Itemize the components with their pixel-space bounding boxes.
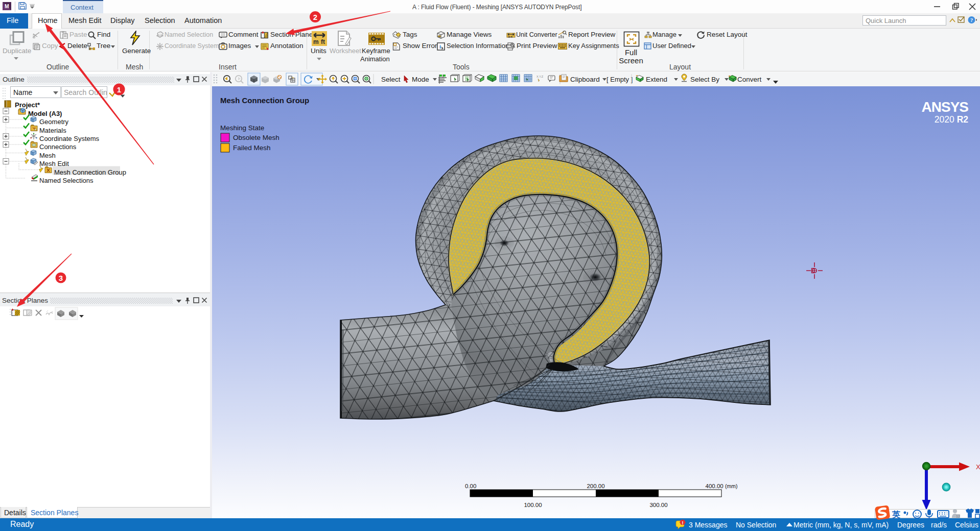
svg-text:Celsius: Celsius bbox=[955, 521, 978, 529]
svg-text:Select: Select bbox=[381, 76, 401, 83]
svg-text:Meshing State: Meshing State bbox=[220, 124, 264, 132]
svg-text:Degrees: Degrees bbox=[897, 521, 924, 529]
svg-text:100.00: 100.00 bbox=[524, 502, 542, 508]
svg-text:Convert: Convert bbox=[737, 76, 762, 83]
svg-text:Mesh: Mesh bbox=[39, 152, 56, 159]
svg-text:i: i bbox=[439, 43, 441, 50]
svg-text:Connections: Connections bbox=[39, 143, 77, 151]
svg-text:!: ! bbox=[682, 520, 684, 525]
svg-text:2020 R2: 2020 R2 bbox=[935, 114, 968, 125]
svg-text:Mesh Connection Group: Mesh Connection Group bbox=[220, 96, 309, 105]
svg-text:Project*: Project* bbox=[15, 101, 40, 109]
svg-text:Metric (mm, kg, N, s, mV, mA): Metric (mm, kg, N, s, mV, mA) bbox=[794, 521, 889, 529]
svg-text:X.Y.Z: X.Y.Z bbox=[536, 75, 544, 78]
svg-text:Geometry: Geometry bbox=[39, 118, 69, 126]
svg-text:Obsolete Mesh: Obsolete Mesh bbox=[233, 134, 279, 141]
svg-text:?: ? bbox=[970, 17, 973, 23]
svg-text:Named Selections: Named Selections bbox=[39, 177, 94, 184]
svg-text:ft: ft bbox=[321, 38, 325, 45]
svg-text:3 Messages: 3 Messages bbox=[689, 521, 727, 529]
svg-text:0.00: 0.00 bbox=[465, 483, 476, 489]
svg-text:300.00: 300.00 bbox=[649, 502, 667, 508]
svg-text:[ Empty ]: [ Empty ] bbox=[606, 76, 633, 83]
svg-text:Model (A3): Model (A3) bbox=[28, 110, 62, 117]
svg-text:X: X bbox=[976, 463, 980, 471]
svg-text:Clipboard: Clipboard bbox=[570, 76, 600, 83]
svg-text:No Selection: No Selection bbox=[736, 521, 776, 529]
svg-text:英: 英 bbox=[892, 510, 900, 519]
svg-text:12: 12 bbox=[956, 515, 960, 518]
svg-text:Failed Mesh: Failed Mesh bbox=[233, 144, 271, 152]
svg-text:m: m bbox=[313, 38, 319, 45]
svg-text:Extend: Extend bbox=[646, 76, 667, 83]
svg-text:M: M bbox=[5, 4, 9, 9]
svg-text:Select By: Select By bbox=[690, 76, 719, 83]
svg-text:Mesh Connection Group: Mesh Connection Group bbox=[54, 168, 126, 176]
svg-text:Materials: Materials bbox=[39, 127, 66, 134]
svg-text:400.00 (mm): 400.00 (mm) bbox=[706, 483, 738, 489]
svg-text:Mode: Mode bbox=[412, 76, 429, 83]
svg-text:200.00: 200.00 bbox=[587, 483, 604, 489]
svg-text:m ft: m ft bbox=[508, 36, 513, 38]
svg-text:ANSYS: ANSYS bbox=[922, 99, 969, 115]
svg-text:rad/s: rad/s bbox=[931, 521, 947, 529]
svg-text:Coordinate Systems: Coordinate Systems bbox=[39, 135, 100, 142]
